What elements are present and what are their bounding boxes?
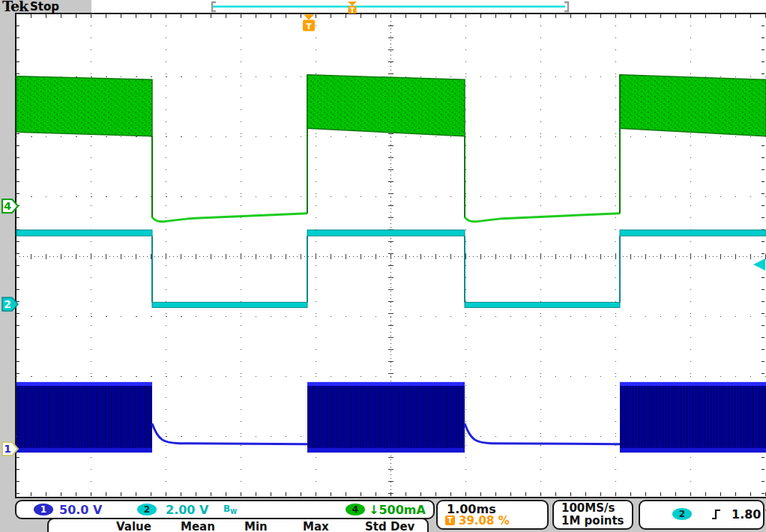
record-trigger-arrow-icon [348, 1, 357, 6]
trigger-t-chip-icon: T [445, 516, 455, 525]
ch2-high-level [307, 230, 465, 236]
ch1-scale-readout[interactable]: 50.0 V [59, 503, 102, 517]
trigger-position-readout[interactable]: 39.08 % [459, 514, 510, 528]
rising-edge-slope-icon [711, 508, 723, 520]
ch4-marker-label: 4 [4, 200, 11, 212]
ch4-low-line [465, 214, 620, 222]
ch1-off-decay-line [152, 423, 307, 444]
ch1-band-top-edge [307, 382, 465, 386]
ch1-band-top-edge [16, 382, 152, 386]
meas-col-value: Value [116, 520, 151, 532]
waveform-layer: T T 4 2 1 [0, 0, 766, 532]
ch2-high-level [16, 230, 152, 236]
ch4-scale-readout[interactable]: ↓500mA [369, 503, 426, 517]
channel-marker-ch2[interactable]: 2 [2, 297, 18, 311]
channel-marker-ch1[interactable]: 1 [2, 442, 18, 456]
acquisition-readout-box[interactable]: 100MS/s 1M points [552, 500, 633, 530]
record-view-line [213, 6, 565, 8]
meas-col-min: Min [244, 520, 268, 532]
horizontal-readout-box[interactable]: 1.00ms T 39.08 % [436, 500, 549, 530]
meas-col-mean: Mean [181, 520, 215, 532]
trigger-source-badge[interactable]: 2 [672, 508, 692, 520]
ch2-low-level [465, 302, 620, 307]
ch4-low-line [152, 214, 307, 222]
traces [16, 75, 766, 453]
ch2-low-level [152, 302, 307, 307]
channel-readout-box[interactable]: 1 50.0 V 2 2.00 V BW 4 ↓500mA [15, 500, 435, 519]
ch1-pwm-band [16, 382, 152, 453]
trigger-level-readout[interactable]: 1.80 V [732, 507, 766, 522]
ch2-high-level [620, 230, 766, 236]
ch1-marker-label: 1 [4, 443, 11, 455]
trigger-level-arrow-icon[interactable] [753, 259, 765, 270]
ch1-band-bottom-edge [16, 448, 152, 453]
oscilloscope-screen: Tek Stop [0, 0, 766, 532]
meas-col-max: Max [303, 520, 329, 532]
ch4-high-band [620, 75, 766, 136]
trigger-position-marker[interactable]: T [303, 15, 315, 31]
ch1-off-decay-line [465, 423, 620, 444]
ch4-high-band [307, 75, 465, 136]
ch2-marker-label: 2 [4, 298, 11, 310]
ch1-band-bottom-edge [620, 448, 766, 453]
record-view-bar[interactable]: T [212, 1, 568, 14]
ch2-bandwidth-limit-icon: BW [223, 504, 237, 516]
meas-col-stddev: Std Dev [365, 520, 414, 532]
trigger-readout-box[interactable]: 2 1.80 V [639, 500, 765, 530]
record-trigger-t-label: T [350, 7, 355, 14]
ch1-badge[interactable]: 1 [34, 504, 53, 516]
trigger-arrow-icon [304, 15, 314, 20]
sample-rate-readout: 100MS/s [561, 501, 615, 515]
ch1-pwm-band [620, 382, 766, 453]
ch1-pwm-band [307, 382, 465, 453]
ch2-badge[interactable]: 2 [137, 504, 157, 516]
ch4-high-band [16, 76, 152, 136]
trigger-t-label: T [306, 22, 312, 31]
measurement-table-header: Value Mean Min Max Std Dev [47, 518, 429, 532]
ch2-scale-readout[interactable]: 2.00 V [166, 503, 208, 517]
channel-marker-ch4[interactable]: 4 [2, 199, 18, 213]
record-length-readout: 1M points [561, 514, 624, 528]
ch1-band-top-edge [620, 382, 766, 386]
ch4-badge[interactable]: 4 [346, 504, 365, 516]
ch1-band-bottom-edge [307, 448, 465, 453]
